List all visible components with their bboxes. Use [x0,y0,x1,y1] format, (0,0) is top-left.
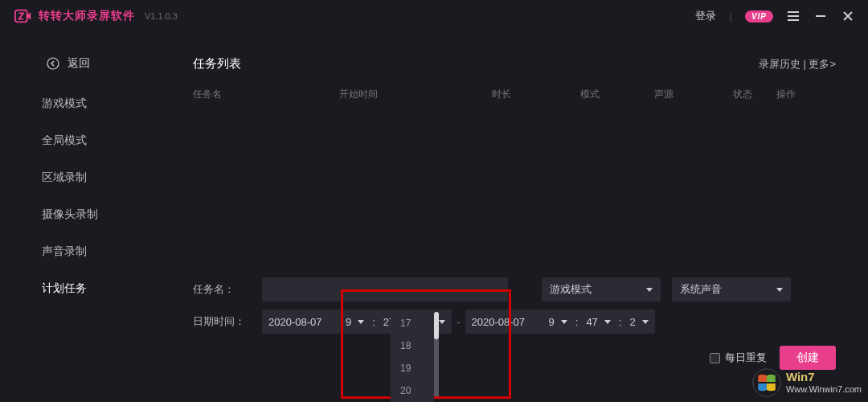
chevron-down-icon [776,288,783,292]
create-task-panel: 任务名： 游戏模式 系统声音 日期时间： 2020-08-07 [193,273,836,370]
main-panel: 任务列表 录屏历史 | 更多> 任务名 开始时间 时长 模式 声源 状态 操作 … [145,32,868,402]
create-button[interactable]: 创建 [780,346,836,370]
col-start: 开始时间 [339,88,492,101]
app-logo-icon [14,7,32,25]
window-controls: 登录 | VIP [695,9,855,23]
start-date-select[interactable]: 2020-08-07 [262,316,339,328]
mode-selected: 游戏模式 [550,282,592,297]
back-label: 返回 [68,56,90,71]
task-name-input[interactable] [262,277,508,302]
svg-point-1 [47,58,59,69]
chevron-down-icon [642,320,649,324]
chevron-down-icon [646,288,653,292]
vip-badge[interactable]: VIP [745,10,773,23]
end-date-select[interactable]: 2020-08-07 [465,316,542,328]
range-dash: - [452,316,465,328]
app-version: V1.1.0.3 [145,11,178,21]
brand: 转转大师录屏软件 V1.1.0.3 [14,7,178,25]
sidebar-item-fullscreen-mode[interactable]: 全局模式 [0,122,145,159]
sidebar: 返回 游戏模式 全局模式 区域录制 摄像头录制 声音录制 计划任务 [0,32,145,402]
end-second-select[interactable]: 2 [623,316,654,328]
more-link[interactable]: 更多> [809,58,836,70]
sidebar-item-camera-record[interactable]: 摄像头录制 [0,196,145,233]
col-mode: 模式 [580,88,654,101]
minute-option[interactable]: 19 [391,357,434,379]
sidebar-item-audio-record[interactable]: 声音录制 [0,233,145,270]
end-minute-select[interactable]: 47 [579,316,616,328]
datetime-label: 日期时间： [193,314,251,329]
start-hour-select[interactable]: 9 [339,316,371,328]
col-name: 任务名 [193,88,339,101]
col-duration: 时长 [492,88,580,101]
scrollbar-thumb[interactable] [434,312,439,339]
separator: | [729,10,731,23]
source-selected: 系统声音 [680,282,722,297]
end-datetime: 2020-08-07 9 : 47 : 2 [465,310,655,334]
daily-repeat-checkbox[interactable]: 每日重复 [710,351,767,365]
checkbox-icon [710,353,720,363]
menu-icon[interactable] [786,9,800,23]
minute-option[interactable]: 18 [391,334,434,357]
history-links: 录屏历史 | 更多> [759,57,836,72]
close-icon[interactable] [841,9,855,23]
daily-repeat-label: 每日重复 [725,351,767,365]
end-hour-select[interactable]: 9 [542,316,574,328]
minute-dropdown[interactable]: 17 18 19 20 [391,312,434,402]
chevron-down-icon [358,320,364,324]
chevron-down-icon [604,320,611,324]
dropdown-scrollbar[interactable] [434,312,439,399]
col-action: 操作 [776,88,817,101]
task-list-title: 任务列表 [193,56,241,72]
task-name-label: 任务名： [193,282,251,297]
mode-select[interactable]: 游戏模式 [542,277,661,302]
col-source: 声源 [654,88,733,101]
sidebar-item-game-mode[interactable]: 游戏模式 [0,85,145,122]
title-bar: 转转大师录屏软件 V1.1.0.3 登录 | VIP [0,0,868,32]
login-link[interactable]: 登录 [695,9,716,23]
source-select[interactable]: 系统声音 [672,277,791,302]
back-arrow-icon [47,57,59,70]
minimize-icon[interactable] [813,9,828,23]
sidebar-item-region-record[interactable]: 区域录制 [0,159,145,196]
minute-option[interactable]: 20 [391,379,434,402]
col-status: 状态 [733,88,776,101]
app-name: 转转大师录屏软件 [39,9,135,23]
sidebar-item-scheduled-task[interactable]: 计划任务 [0,270,145,307]
history-link[interactable]: 录屏历史 [759,58,800,70]
back-button[interactable]: 返回 [0,51,145,85]
minute-option[interactable]: 17 [391,312,434,334]
chevron-down-icon [439,320,445,324]
column-headers: 任务名 开始时间 时长 模式 声源 状态 操作 [193,83,836,109]
chevron-down-icon [561,320,567,324]
